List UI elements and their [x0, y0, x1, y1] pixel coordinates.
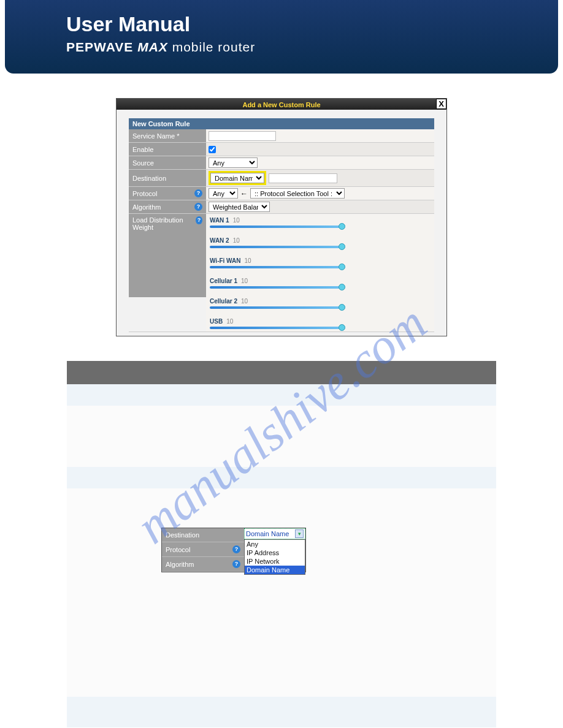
- algorithm-select[interactable]: Weighted Balance: [209, 202, 270, 212]
- arrow-left-icon: ←: [240, 189, 248, 198]
- ldw-slider-cellular2[interactable]: [210, 306, 342, 309]
- page-title: User Manual: [66, 12, 558, 36]
- ldw-row-wan2: WAN 210: [210, 237, 431, 248]
- chevron-down-icon[interactable]: ▾: [295, 529, 304, 538]
- slider-handle-icon[interactable]: [339, 223, 345, 230]
- dialog-title: Add a New Custom Rule: [242, 101, 320, 108]
- label-destination: Destination: [162, 528, 244, 542]
- enable-checkbox[interactable]: [209, 146, 216, 153]
- ldw-row-cellular1: Cellular 110: [210, 277, 431, 289]
- destination-dropdown-open[interactable]: Domain Name ▾ Any IP Address IP Network …: [244, 528, 305, 575]
- label-protocol: Protocol?: [162, 542, 244, 557]
- protocol-tool-select[interactable]: :: Protocol Selection Tool ::: [250, 188, 345, 199]
- slider-handle-icon[interactable]: [339, 264, 345, 270]
- table-row: [67, 406, 496, 467]
- label-service-name: Service Name *: [129, 129, 206, 142]
- slider-handle-icon[interactable]: [339, 243, 345, 250]
- help-icon[interactable]: ?: [232, 560, 240, 568]
- destination-select[interactable]: Domain Name: [210, 173, 264, 183]
- ldw-slider-cellular1[interactable]: [210, 286, 342, 289]
- ldw-slider-usb[interactable]: [210, 327, 342, 329]
- label-protocol: Protocol ?: [129, 187, 206, 200]
- slider-handle-icon[interactable]: [339, 324, 345, 331]
- label-destination: Destination: [129, 170, 206, 186]
- help-icon[interactable]: ?: [196, 216, 202, 224]
- label-load-distribution-weight: Load Distribution Weight ?: [129, 214, 206, 297]
- protocol-select[interactable]: Any: [209, 188, 238, 199]
- screenshot-destination-dropdown: Destination Protocol? Algorithm? Domain …: [161, 528, 306, 572]
- dropdown-option-domain-name[interactable]: Domain Name: [245, 566, 305, 574]
- rule-settings-table: Destination Protocol? Algorithm? Domain …: [67, 361, 496, 727]
- source-select[interactable]: Any: [209, 157, 258, 168]
- dialog-titlebar: Add a New Custom Rule X: [117, 99, 446, 110]
- label-algorithm: Algorithm ?: [129, 200, 206, 213]
- header-banner: User Manual PEPWAVE MAX mobile router: [5, 0, 558, 74]
- table-row: [67, 384, 496, 406]
- ldw-row-usb: USB10: [210, 317, 431, 329]
- table-row: [67, 467, 496, 488]
- help-icon[interactable]: ?: [194, 189, 202, 197]
- ldw-slider-wan2[interactable]: [210, 246, 342, 248]
- destination-dropdown-selected[interactable]: Domain Name ▾: [244, 528, 305, 539]
- label-enable: Enable: [129, 143, 206, 156]
- table-header: [67, 361, 496, 384]
- ldw-slider-wifi-wan[interactable]: [210, 266, 342, 268]
- brand-name: PEPWAVE: [66, 40, 133, 54]
- ldw-row-cellular2: Cellular 210: [210, 297, 431, 309]
- brand-tail: mobile router: [172, 40, 256, 54]
- label-source: Source: [129, 156, 206, 169]
- load-distribution-body: WAN 110 WAN 210 Wi-Fi WAN10 Cellular 110…: [206, 214, 434, 332]
- brand-model: MAX: [137, 40, 168, 54]
- slider-handle-icon[interactable]: [339, 284, 345, 290]
- label-algorithm: Algorithm?: [162, 557, 244, 572]
- destination-highlight: Domain Name: [209, 171, 266, 185]
- ldw-row-wifi-wan: Wi-Fi WAN10: [210, 257, 431, 268]
- page-subtitle: PEPWAVE MAX mobile router: [66, 40, 558, 55]
- help-icon[interactable]: ?: [194, 203, 202, 211]
- dropdown-option-any[interactable]: Any: [245, 540, 305, 548]
- screenshot-custom-rule-dialog: Add a New Custom Rule X New Custom Rule …: [116, 98, 447, 336]
- table-row: [67, 697, 496, 727]
- destination-input[interactable]: [269, 173, 337, 183]
- service-name-input[interactable]: [209, 131, 276, 141]
- slider-handle-icon[interactable]: [339, 304, 345, 311]
- help-icon[interactable]: ?: [232, 545, 240, 553]
- close-icon[interactable]: X: [436, 99, 446, 109]
- table-row: Destination Protocol? Algorithm? Domain …: [67, 488, 496, 697]
- dropdown-option-ip-network[interactable]: IP Network: [245, 557, 305, 566]
- destination-dropdown-list: Any IP Address IP Network Domain Name: [244, 539, 305, 575]
- ldw-row-wan1: WAN 110: [210, 216, 431, 228]
- section-header: New Custom Rule: [129, 118, 434, 129]
- dropdown-option-ip-address[interactable]: IP Address: [245, 548, 305, 557]
- ldw-slider-wan1[interactable]: [210, 226, 342, 228]
